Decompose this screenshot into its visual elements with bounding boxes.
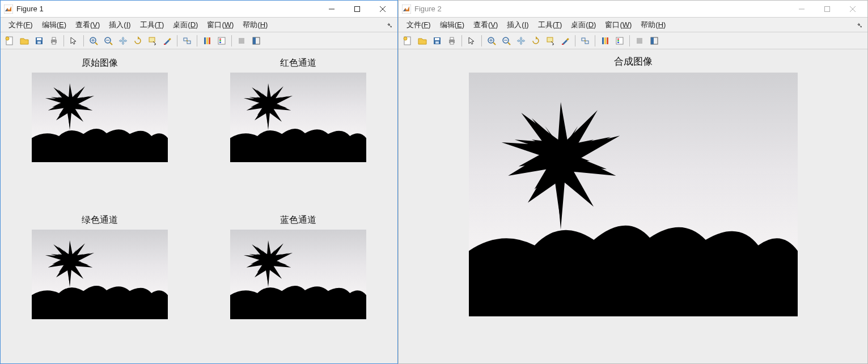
legend-icon[interactable]: [613, 34, 626, 48]
zoom-out-icon[interactable]: [101, 34, 115, 48]
save-icon[interactable]: [32, 34, 46, 48]
menubar: 文件(F) 编辑(E) 查看(V) 插入(I) 工具(T) 桌面(D) 窗口(W…: [1, 18, 397, 32]
figure-window-1: Figure 1 文件(F) 编辑(E) 查看(V) 插入(I) 工具(T) 桌…: [0, 0, 398, 364]
figure-canvas: 合成图像: [399, 49, 867, 363]
open-file-icon[interactable]: [18, 34, 31, 48]
image-original: [32, 73, 168, 162]
toolbar-separator: [231, 35, 232, 46]
menu-overflow-icon[interactable]: ➴: [387, 20, 393, 29]
figure-window-2: Figure 2 文件(F) 编辑(E) 查看(V) 插入(I) 工具(T) 桌…: [398, 0, 868, 364]
zoom-out-icon[interactable]: [499, 34, 513, 48]
close-button[interactable]: [840, 1, 865, 17]
svg-rect-37: [824, 6, 829, 11]
rotate-icon[interactable]: [529, 34, 543, 48]
subplot-title: 原始图像: [82, 57, 118, 69]
rotate-icon[interactable]: [131, 34, 145, 48]
image-red-channel: [230, 73, 366, 162]
menu-overflow-icon[interactable]: ➴: [857, 20, 863, 29]
matlab-logo-icon: [4, 5, 13, 14]
data-cursor-icon[interactable]: [146, 34, 159, 48]
image-green-channel: [32, 230, 168, 319]
menubar: 文件(F) 编辑(E) 查看(V) 插入(I) 工具(T) 桌面(D) 窗口(W…: [399, 18, 867, 32]
data-cursor-icon[interactable]: [544, 34, 557, 48]
matlab-logo-icon: [402, 5, 411, 14]
menu-edit[interactable]: 编辑(E): [435, 18, 469, 32]
pan-icon[interactable]: [514, 34, 528, 48]
subplot-title: 合成图像: [614, 55, 653, 68]
subplot-title: 蓝色通道: [280, 214, 316, 226]
image-composite: [469, 73, 798, 316]
colorbar-icon[interactable]: [598, 34, 612, 48]
window-title: Figure 2: [414, 5, 442, 13]
open-file-icon[interactable]: [416, 34, 429, 48]
menu-window[interactable]: 窗口(W): [600, 18, 636, 32]
legend-icon[interactable]: [215, 34, 228, 48]
dock-icon[interactable]: [249, 34, 263, 48]
menu-file[interactable]: 文件(F): [4, 18, 37, 32]
toolbar-separator: [575, 35, 575, 46]
zoom-in-icon[interactable]: [485, 34, 498, 48]
toolbar-separator: [197, 35, 197, 46]
toolbar: [1, 32, 397, 49]
close-button[interactable]: [370, 1, 395, 17]
menu-help[interactable]: 帮助(H): [238, 18, 272, 32]
toolbar-separator: [629, 35, 630, 46]
save-icon[interactable]: [430, 34, 444, 48]
titlebar[interactable]: Figure 1: [1, 1, 397, 18]
pan-icon[interactable]: [116, 34, 130, 48]
minimize-button[interactable]: [789, 1, 814, 17]
hide-tools-icon[interactable]: [235, 34, 248, 48]
new-file-icon[interactable]: [3, 34, 16, 48]
print-icon[interactable]: [445, 34, 459, 48]
toolbar-separator: [83, 35, 84, 46]
subplot-blue: 蓝色通道: [199, 206, 397, 363]
menu-edit[interactable]: 编辑(E): [37, 18, 71, 32]
brush-icon[interactable]: [160, 34, 174, 48]
subplot-original: 原始图像: [1, 49, 199, 206]
maximize-button[interactable]: [814, 1, 840, 17]
menu-insert[interactable]: 插入(I): [502, 18, 533, 32]
menu-file[interactable]: 文件(F): [402, 18, 435, 32]
menu-view[interactable]: 查看(V): [71, 18, 104, 32]
new-file-icon[interactable]: [401, 34, 414, 48]
toolbar: [399, 32, 867, 49]
minimize-button[interactable]: [319, 1, 344, 17]
subplot-green: 绿色通道: [1, 206, 199, 363]
hide-tools-icon[interactable]: [633, 34, 646, 48]
menu-view[interactable]: 查看(V): [469, 18, 502, 32]
menu-insert[interactable]: 插入(I): [104, 18, 135, 32]
colorbar-icon[interactable]: [200, 34, 214, 48]
pointer-icon[interactable]: [465, 34, 479, 48]
dock-icon[interactable]: [647, 34, 661, 48]
toolbar-separator: [461, 35, 462, 46]
subplot-title: 红色通道: [280, 57, 316, 69]
brush-icon[interactable]: [558, 34, 572, 48]
pointer-icon[interactable]: [67, 34, 81, 48]
figure-canvas: 原始图像 红色通道 绿色通道: [1, 49, 397, 363]
link-axes-icon[interactable]: [180, 34, 194, 48]
toolbar-separator: [481, 35, 482, 46]
toolbar-separator: [63, 35, 64, 46]
maximize-button[interactable]: [344, 1, 370, 17]
titlebar[interactable]: Figure 2: [399, 1, 867, 18]
image-blue-channel: [230, 230, 366, 319]
menu-desktop[interactable]: 桌面(D): [566, 18, 600, 32]
zoom-in-icon[interactable]: [87, 34, 100, 48]
print-icon[interactable]: [47, 34, 61, 48]
subplot-composite: 合成图像: [399, 49, 867, 363]
subplot-title: 绿色通道: [82, 214, 118, 226]
menu-desktop[interactable]: 桌面(D): [168, 18, 202, 32]
menu-help[interactable]: 帮助(H): [636, 18, 670, 32]
menu-window[interactable]: 窗口(W): [202, 18, 238, 32]
menu-tools[interactable]: 工具(T): [533, 18, 567, 32]
toolbar-separator: [595, 35, 595, 46]
window-title: Figure 1: [16, 5, 44, 13]
toolbar-separator: [177, 35, 177, 46]
subplot-red: 红色通道: [199, 49, 397, 206]
menu-tools[interactable]: 工具(T): [136, 18, 169, 32]
link-axes-icon[interactable]: [578, 34, 592, 48]
svg-rect-33: [354, 6, 359, 11]
